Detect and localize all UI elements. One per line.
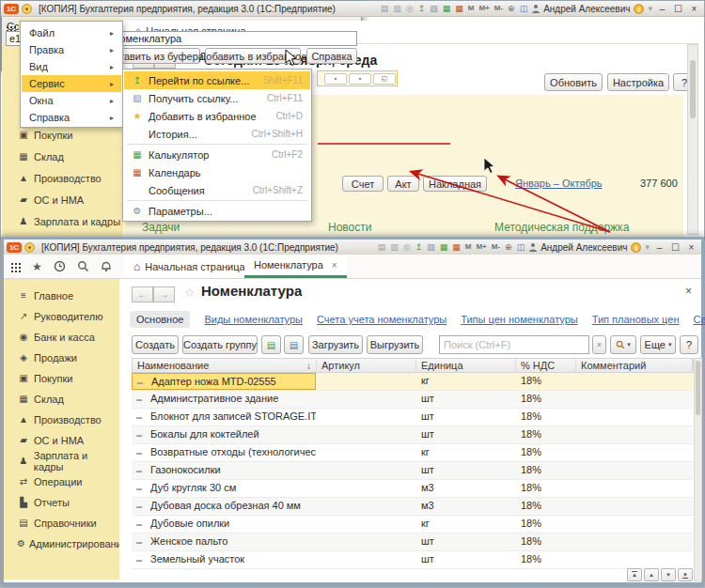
create-group-button[interactable]: Создать группу [182, 335, 258, 354]
sidebar-item[interactable]: ▦Склад [4, 390, 119, 409]
window2-titlebar[interactable]: 1С ▾ [КОПИЯ] Бухгалтерия предприятия, ре… [4, 240, 701, 255]
tab-nomenclature[interactable]: Номенклатура× [244, 255, 347, 278]
sidebar-item[interactable]: ♟Зарплата и кадры [4, 452, 119, 471]
act-button[interactable]: Акт [387, 176, 419, 192]
sidebar-item[interactable]: ▰ОС и НМА [4, 431, 119, 450]
zoom-icon[interactable]: ⊕ [508, 5, 515, 13]
current-user[interactable]: Андрей Алексеевич [528, 242, 627, 253]
info-icon[interactable]: i [631, 242, 641, 253]
sidebar-item[interactable]: ▙Отчеты [4, 493, 119, 512]
submenu-item[interactable]: ⚙Параметры... [124, 202, 310, 220]
memory-icon[interactable]: M [465, 243, 472, 251]
memory-plus-icon[interactable]: M+ [478, 5, 489, 12]
save-icon[interactable]: ▤ [378, 243, 386, 252]
page-up-button[interactable]: ▲ [644, 568, 659, 581]
zoom-icon[interactable]: ⊕ [505, 243, 512, 252]
period-link[interactable]: Январь – Октябрь [515, 178, 603, 189]
tab-close-icon[interactable]: × [332, 260, 337, 271]
table-row[interactable]: ▬Дубовая доска обрезная 40 ммм318% [132, 498, 693, 516]
calendar-icon[interactable]: ▦ [452, 243, 461, 252]
unload-button[interactable]: Выгрузить [367, 335, 423, 354]
maximize-button[interactable]: ☐ [669, 242, 682, 253]
go-last-button[interactable]: ▼ [678, 568, 693, 581]
sidebar-item[interactable]: ▲Производство [4, 410, 119, 429]
chevron-down-icon[interactable]: ▾ [648, 5, 652, 13]
load-button[interactable]: Загрузить [308, 335, 363, 354]
section-method-support[interactable]: Методическая поддержка [494, 221, 629, 234]
column-header[interactable]: Комментарий [576, 359, 694, 372]
scrollbar-thumb[interactable] [696, 361, 700, 415]
table-row[interactable]: ▬Адаптер ножа MTD-02555кг18% [132, 373, 693, 391]
widget-collapse-button[interactable]: ▪ [324, 73, 347, 85]
search-options-button[interactable]: ▾ [610, 335, 636, 354]
sidebar-item[interactable]: ♟Зарплата и кадры [2, 212, 123, 231]
titlebar-tool-icons[interactable]: ▤▥◎↥▧▦▦MM+M-⊕◫ [378, 243, 525, 252]
calculator-icon[interactable]: ▦ [440, 243, 448, 252]
invoice-button[interactable]: Счет [342, 176, 384, 192]
window-split-icon[interactable]: ◫ [517, 243, 525, 252]
memory-minus-icon[interactable]: M- [494, 5, 503, 12]
nav-link[interactable]: Счета учета номенклатуры [317, 314, 446, 325]
paste-from-clipboard-button[interactable]: Вставить из буфера [111, 48, 200, 64]
sidebar-item[interactable]: ≡Главное [4, 286, 119, 305]
menubar-item[interactable]: Окна▸ [22, 92, 121, 109]
get-link-icon[interactable]: ▧ [427, 243, 435, 252]
table-row[interactable]: ▬Дуб кругляк 30 смм318% [132, 480, 693, 498]
table-row[interactable]: ▬Бокалы для коктейлейшт18% [132, 426, 693, 444]
sidebar-item[interactable]: ↗Руководителю [4, 307, 119, 326]
nav-link[interactable]: Тип плановых цен [592, 314, 680, 325]
table-row[interactable]: ▬Дубовые опилкикг18% [132, 516, 693, 534]
notifications-bell-icon[interactable] [101, 260, 112, 272]
history-nav-buttons[interactable]: ← → [132, 286, 175, 302]
print-preview-icon[interactable]: ◎ [403, 243, 411, 252]
column-header[interactable]: Наименование↓ [133, 359, 317, 372]
current-user[interactable]: Андрей Алексеевич [531, 4, 630, 14]
history-clock-icon[interactable] [54, 260, 66, 272]
menubar-item[interactable]: Справка▸ [22, 109, 121, 126]
table-row[interactable]: ▬Земельный участокшт18% [132, 551, 693, 569]
search-input[interactable] [439, 335, 589, 354]
sidebar-item[interactable]: ▲Производство [2, 169, 123, 188]
nav-current-section[interactable]: Основное [130, 311, 190, 328]
window1-titlebar[interactable]: 1С ▾ [КОПИЯ] Бухгалтерия предприятия, ре… [1, 1, 704, 17]
submenu-item[interactable]: ▦Календарь [124, 163, 310, 181]
table-row[interactable]: ▬Блокнот для записей STORAGE.IT размер..… [132, 409, 693, 426]
set-marker-icon-button[interactable]: ▤ [261, 335, 281, 354]
widget-collapse-button[interactable]: ▪ [349, 73, 371, 85]
list-settings-icon-button[interactable]: ▤ [284, 335, 304, 354]
submenu-item[interactable]: История...Ctrl+Shift+H [124, 125, 310, 143]
memory-minus-icon[interactable]: M- [492, 243, 500, 251]
submenu-item[interactable]: ▦КалькуляторCtrl+F2 [124, 146, 310, 163]
sidebar-item[interactable]: ▦Склад [2, 147, 123, 166]
section-news[interactable]: Новости [328, 221, 371, 234]
waybill-button[interactable]: Накладная [423, 176, 487, 192]
search-icon[interactable] [77, 260, 89, 272]
go-to-link-icon[interactable]: ↥ [418, 5, 426, 13]
sidebar-item[interactable]: ◈Продажи [4, 348, 119, 367]
save-icon[interactable]: ▤ [381, 5, 389, 13]
menubar-item[interactable]: Правка▸ [22, 41, 121, 58]
settings-button[interactable]: Настройка [607, 73, 669, 91]
search-clear-button[interactable]: × [592, 335, 606, 354]
scrollbar-thumb[interactable] [690, 60, 696, 118]
section-tasks[interactable]: Задачи [142, 221, 180, 234]
sidebar-item[interactable]: ▤Справочники [4, 514, 119, 533]
go-first-button[interactable]: ▲ [627, 568, 642, 581]
window-split-icon[interactable]: ◫ [520, 5, 528, 13]
print-icon[interactable]: ▥ [390, 243, 399, 252]
table-row[interactable]: ▬Женское пальтошт18% [132, 534, 693, 551]
maximize-button[interactable]: ☐ [672, 4, 684, 14]
info-icon[interactable]: i [634, 4, 644, 14]
vertical-scrollbar[interactable] [687, 44, 698, 235]
get-link-icon[interactable]: ▧ [430, 5, 438, 13]
titlebar-tool-icons[interactable]: ▤▥◎↥▧▦▦MM+M-⊕◫ [381, 5, 527, 13]
column-header[interactable]: Единица [416, 359, 516, 372]
minimize-button[interactable]: – [653, 242, 666, 253]
menubar-item[interactable]: Сервис▸ [22, 75, 121, 92]
more-button[interactable]: Еще ▾ [640, 335, 676, 354]
table-vertical-scrollbar[interactable] [694, 358, 702, 581]
sidebar-item[interactable]: ▣Покупки [2, 126, 123, 145]
table-row[interactable]: ▬Административное зданиешт18% [132, 391, 693, 409]
forward-arrow-icon[interactable]: → [153, 286, 175, 302]
submenu-item[interactable]: СообщенияCtrl+Shift+Z [124, 181, 310, 199]
